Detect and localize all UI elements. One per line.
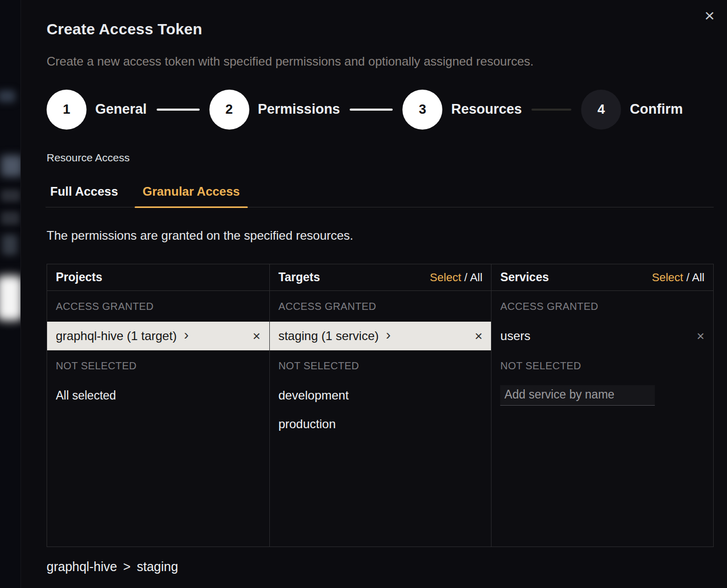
chevron-right-icon[interactable]: › [184, 328, 188, 342]
step-number: 4 [581, 90, 621, 130]
granted-target-row[interactable]: staging (1 service) › × [270, 322, 491, 350]
services-column-header: Services Select / All [491, 264, 713, 291]
blurred-background-shape [0, 90, 15, 102]
step-permissions[interactable]: 2 Permissions [209, 90, 340, 130]
access-granted-label: ACCESS GRANTED [270, 291, 491, 322]
slash-separator: / [683, 271, 692, 284]
select-all-links: Select / All [430, 271, 483, 284]
blurred-background-shape [2, 235, 17, 255]
target-option-label: development [279, 388, 349, 403]
modal-subtitle: Create a new access token with specified… [47, 54, 533, 69]
access-granted-label: ACCESS GRANTED [47, 291, 269, 322]
stepper-connector [157, 109, 200, 111]
blurred-background-shape [1, 212, 19, 225]
select-link[interactable]: Select [430, 271, 461, 284]
remove-icon[interactable]: × [475, 329, 482, 343]
projects-all-selected-status: All selected [47, 381, 269, 410]
services-column: Services Select / All ACCESS GRANTED use… [491, 264, 713, 547]
not-selected-label: NOT SELECTED [47, 350, 269, 381]
granular-access-description: The permissions are granted on the speci… [47, 228, 353, 243]
stepper-connector [350, 109, 393, 111]
all-link[interactable]: All [692, 271, 704, 284]
blurred-background-shape [1, 190, 20, 202]
slash-separator: / [461, 271, 470, 284]
tab-full-access[interactable]: Full Access [46, 184, 126, 207]
access-granted-label: ACCESS GRANTED [491, 291, 713, 322]
create-access-token-modal: × Create Access Token Create a new acces… [20, 0, 727, 588]
step-label: General [95, 101, 147, 117]
chevron-right-icon[interactable]: › [386, 328, 391, 342]
wizard-stepper: 1 General 2 Permissions 3 Resources 4 Co… [47, 89, 683, 130]
resource-picker-table: Projects ACCESS GRANTED graphql-hive (1 … [47, 264, 714, 547]
step-number: 2 [209, 90, 249, 130]
projects-column: Projects ACCESS GRANTED graphql-hive (1 … [47, 264, 269, 547]
access-mode-tabs: Full Access Granular Access [46, 184, 714, 207]
all-link[interactable]: All [470, 271, 482, 284]
step-label: Confirm [630, 101, 683, 117]
step-resources[interactable]: 3 Resources [402, 90, 522, 130]
stepper-connector-dim [531, 109, 571, 111]
not-selected-label: NOT SELECTED [270, 350, 491, 381]
granted-service-row[interactable]: users × [491, 322, 713, 350]
breadcrumb-separator-icon: > [123, 559, 131, 574]
column-title: Targets [279, 270, 320, 284]
step-number: 3 [402, 90, 442, 130]
breadcrumb: graphql-hive > staging [47, 559, 178, 574]
granted-project-row[interactable]: graphql-hive (1 target) › × [47, 322, 269, 350]
page-title: Create Access Token [47, 20, 202, 38]
remove-icon[interactable]: × [697, 329, 704, 343]
select-all-links: Select / All [652, 271, 704, 284]
target-option-development[interactable]: development [270, 381, 491, 410]
step-label: Resources [451, 101, 522, 117]
select-link[interactable]: Select [652, 271, 683, 284]
projects-column-header: Projects [47, 264, 269, 291]
granted-project-label: graphql-hive (1 target) [56, 329, 177, 343]
step-general[interactable]: 1 General [47, 90, 147, 130]
resource-access-heading: Resource Access [47, 152, 130, 164]
add-service-row [491, 381, 713, 410]
add-service-input[interactable] [500, 385, 655, 406]
column-title: Projects [56, 270, 102, 284]
step-number: 1 [47, 90, 87, 130]
column-title: Services [500, 270, 549, 284]
targets-column: Targets Select / All ACCESS GRANTED stag… [269, 264, 491, 547]
step-label: Permissions [258, 101, 340, 117]
remove-icon[interactable]: × [252, 329, 260, 343]
targets-column-header: Targets Select / All [270, 264, 491, 291]
close-icon[interactable]: × [700, 6, 719, 25]
target-option-production[interactable]: production [270, 410, 491, 438]
granted-service-label: users [500, 329, 530, 343]
not-selected-label: NOT SELECTED [491, 350, 713, 381]
tab-granular-access[interactable]: Granular Access [135, 184, 248, 207]
step-confirm[interactable]: 4 Confirm [581, 90, 683, 130]
breadcrumb-project: graphql-hive [47, 559, 117, 574]
target-option-label: production [279, 417, 336, 431]
blurred-background-shape [1, 155, 20, 177]
background-page-strip [0, 0, 20, 588]
breadcrumb-target: staging [137, 559, 178, 574]
granted-target-label: staging (1 service) [279, 329, 379, 343]
blurred-background-button [0, 276, 20, 321]
